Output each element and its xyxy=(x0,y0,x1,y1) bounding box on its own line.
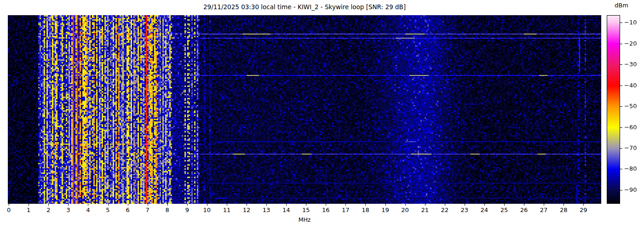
x-tick-mark xyxy=(88,204,88,206)
x-tick-mark xyxy=(345,204,346,206)
x-tick-label: 6 xyxy=(120,207,136,213)
x-tick-mark xyxy=(207,204,207,206)
x-tick-label: 16 xyxy=(317,207,334,213)
x-tick-mark xyxy=(148,204,148,206)
x-tick-label: 29 xyxy=(575,207,592,213)
x-tick-label: 26 xyxy=(516,207,532,213)
colorbar-tick-label: −20 xyxy=(624,40,644,47)
colorbar-tick-label: −90 xyxy=(624,186,644,194)
x-tick-mark xyxy=(583,204,584,206)
colorbar-tick-label: −60 xyxy=(624,124,644,131)
x-tick-label: 12 xyxy=(238,207,255,213)
colorbar-tick-mark xyxy=(620,106,622,107)
x-tick-mark xyxy=(128,204,128,206)
x-tick-label: 27 xyxy=(535,207,552,213)
x-tick-mark xyxy=(504,204,505,206)
colorbar-tick-mark xyxy=(620,148,622,149)
x-tick-label: 21 xyxy=(417,207,433,213)
x-tick-mark xyxy=(48,204,49,206)
x-tick-mark xyxy=(247,204,247,206)
colorbar-tick-label: −50 xyxy=(624,103,644,110)
x-axis-label: MHz xyxy=(8,216,601,223)
colorbar-tick-mark xyxy=(620,64,622,65)
colorbar-tick-mark xyxy=(620,23,622,23)
x-tick-label: 0 xyxy=(0,207,17,213)
plot-title: 29/11/2025 03:30 local time - KIWI_2 - S… xyxy=(8,2,601,12)
colorbar-tick-label: −10 xyxy=(624,19,644,26)
x-tick-mark xyxy=(227,204,227,206)
x-tick-label: 4 xyxy=(80,207,96,213)
spectrogram-figure: 29/11/2025 03:30 local time - KIWI_2 - S… xyxy=(0,0,644,230)
x-tick-label: 19 xyxy=(377,207,394,213)
x-tick-mark xyxy=(385,204,386,206)
colorbar-tick-mark xyxy=(620,86,622,86)
x-tick-label: 3 xyxy=(60,207,76,213)
x-tick-mark xyxy=(564,204,564,206)
x-tick-mark xyxy=(266,204,267,206)
x-tick-label: 25 xyxy=(496,207,512,213)
x-tick-label: 9 xyxy=(179,207,196,213)
x-tick-mark xyxy=(484,204,485,206)
x-tick-mark xyxy=(9,204,9,206)
x-tick-label: 8 xyxy=(159,207,176,213)
colorbar-tick-label: −70 xyxy=(624,144,644,152)
colorbar xyxy=(607,16,620,203)
x-tick-mark xyxy=(29,204,29,206)
x-tick-mark xyxy=(286,204,287,206)
x-tick-mark xyxy=(425,204,426,206)
x-tick-mark xyxy=(108,204,109,206)
x-tick-label: 2 xyxy=(40,207,57,213)
colorbar-tick-mark xyxy=(620,44,622,44)
spectrogram-canvas xyxy=(8,15,601,204)
x-tick-mark xyxy=(465,204,465,206)
x-tick-mark xyxy=(445,204,445,206)
colorbar-tick-label: −40 xyxy=(624,82,644,89)
colorbar-tick-mark xyxy=(620,169,622,169)
x-tick-mark xyxy=(405,204,406,206)
x-tick-label: 17 xyxy=(337,207,354,213)
colorbar-tick-mark xyxy=(620,127,622,128)
x-tick-label: 11 xyxy=(218,207,235,213)
x-tick-label: 13 xyxy=(258,207,275,213)
x-tick-label: 5 xyxy=(100,207,116,213)
x-tick-mark xyxy=(306,204,306,206)
x-tick-label: 22 xyxy=(437,207,453,213)
colorbar-tick-label: −80 xyxy=(624,165,644,172)
x-tick-mark xyxy=(544,204,544,206)
x-tick-mark xyxy=(68,204,69,206)
x-tick-label: 18 xyxy=(357,207,374,213)
x-tick-label: 15 xyxy=(298,207,314,213)
colorbar-tick-mark xyxy=(620,190,622,190)
x-tick-label: 10 xyxy=(199,207,215,213)
x-tick-label: 28 xyxy=(555,207,572,213)
x-tick-label: 23 xyxy=(456,207,473,213)
x-tick-mark xyxy=(187,204,188,206)
x-tick-mark xyxy=(167,204,168,206)
x-tick-label: 1 xyxy=(20,207,37,213)
x-tick-mark xyxy=(365,204,366,206)
colorbar-tick-label: −30 xyxy=(624,61,644,68)
x-tick-label: 7 xyxy=(139,207,156,213)
x-tick-mark xyxy=(326,204,326,206)
colorbar-label: dBm xyxy=(615,2,642,9)
x-tick-label: 24 xyxy=(476,207,493,213)
x-tick-label: 14 xyxy=(278,207,294,213)
x-tick-mark xyxy=(524,204,524,206)
x-tick-label: 20 xyxy=(397,207,414,213)
